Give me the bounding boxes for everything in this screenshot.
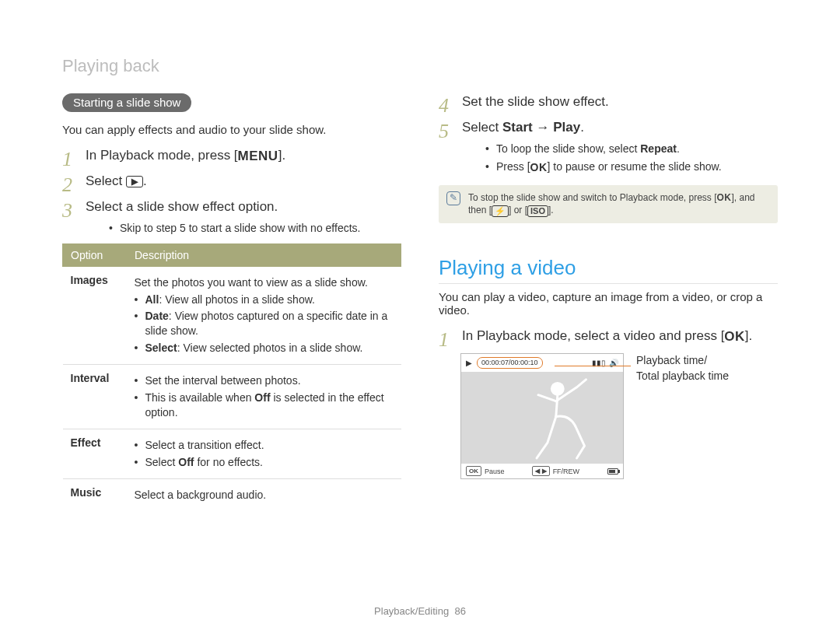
desc-lead: Set the photos you want to view as a sli… xyxy=(135,275,394,290)
play-icon: ▶ xyxy=(466,359,472,367)
left-right-icon: ◀ ▶ xyxy=(532,466,549,476)
section-header: Playing back xyxy=(62,56,778,76)
option-name: Effect xyxy=(63,429,127,478)
option-desc: Set the interval between photos. This is… xyxy=(127,365,401,429)
option-desc: Set the photos you want to view as a sli… xyxy=(127,266,401,364)
pause-label: Pause xyxy=(485,468,505,475)
option-desc: Select a transition effect. Select Off f… xyxy=(127,429,401,478)
time-bubble: 00:00:07/00:00:10 xyxy=(477,357,543,369)
col-option: Option xyxy=(63,243,127,266)
ok-icon: OK xyxy=(717,193,732,202)
table-row: Interval Set the interval between photos… xyxy=(63,365,401,429)
option-desc: Select a background audio. xyxy=(127,478,401,510)
subsection-lead: You can apply effects and audio to your … xyxy=(62,123,401,136)
step-text: ]. xyxy=(278,148,285,163)
playback-icon: ▶ xyxy=(126,176,143,187)
note-icon: ✎ xyxy=(446,191,460,205)
step-3: Select a slide show effect option. Skip … xyxy=(62,198,401,236)
list-item: Select Off for no effects. xyxy=(135,455,394,470)
dancer-figure-icon xyxy=(461,372,623,463)
footer-section: Playback/Editing xyxy=(374,605,449,617)
video-annotation: Playback time/ Total playback time xyxy=(636,353,729,384)
step-1: In Playback mode, press [MENU]. xyxy=(62,147,401,165)
list-item: Date: View photos captured on a specific… xyxy=(135,309,394,338)
step-3-sub: Skip to step 5 to start a slide show wit… xyxy=(109,221,401,236)
right-column: Set the slide show effect. Select Start … xyxy=(439,93,778,511)
step-5: Select Start → Play. To loop the slide s… xyxy=(439,119,778,174)
table-row: Effect Select a transition effect. Selec… xyxy=(63,429,401,478)
option-name: Images xyxy=(63,266,127,364)
video-frame xyxy=(461,372,623,464)
list-item: Set the interval between photos. xyxy=(135,373,394,388)
footer-page: 86 xyxy=(454,605,465,617)
list-item: Select: View selected photos in a slide … xyxy=(135,341,394,356)
list-item: This is available when Off is selected i… xyxy=(135,391,394,420)
left-column: Starting a slide show You can apply effe… xyxy=(62,93,401,511)
ffrew-label: FF/REW xyxy=(553,468,580,475)
subsection-pill: Starting a slide show xyxy=(62,93,191,112)
flash-icon: ⚡ xyxy=(492,205,509,217)
list-item: All: View all photos in a slide show. xyxy=(135,292,394,307)
menu-icon: MENU xyxy=(238,149,278,163)
step-text: In Playback mode, press [ xyxy=(86,148,238,163)
step-4: Set the slide show effect. xyxy=(439,93,778,111)
steps-list-video: In Playback mode, select a video and pre… xyxy=(439,328,778,345)
ok-icon: OK xyxy=(530,162,548,173)
table-row: Music Select a background audio. xyxy=(63,478,401,510)
step-text: . xyxy=(143,173,147,188)
svg-point-0 xyxy=(551,382,565,396)
list-item: To loop the slide show, select Repeat. xyxy=(485,142,778,156)
steps-list-left: In Playback mode, press [MENU]. Select ▶… xyxy=(62,147,401,236)
list-item: Select a transition effect. xyxy=(135,438,394,453)
note-callout: ✎ To stop the slide show and switch to P… xyxy=(439,185,778,224)
ok-icon: OK xyxy=(724,330,745,343)
section-lead: You can play a video, capture an image f… xyxy=(439,290,778,317)
col-description: Description xyxy=(127,243,401,266)
battery-icon xyxy=(607,468,618,475)
step-text: Select a slide show effect option. xyxy=(86,199,278,214)
video-step-1: In Playback mode, select a video and pre… xyxy=(439,328,778,345)
callout-line xyxy=(555,366,631,366)
options-table: Option Description Images Set the photos… xyxy=(62,243,401,511)
iso-icon: ISO xyxy=(527,205,548,217)
ok-button-icon: OK xyxy=(466,466,481,476)
option-name: Music xyxy=(63,478,127,510)
page-footer: Playback/Editing 86 xyxy=(0,605,840,617)
list-item: Press [OK] to pause or resume the slide … xyxy=(485,159,778,174)
table-row: Images Set the photos you want to view a… xyxy=(63,266,401,364)
step-2: Select ▶. xyxy=(62,173,401,191)
option-name: Interval xyxy=(63,365,127,429)
note-text: To stop the slide show and switch to Pla… xyxy=(468,191,770,218)
section-title: Playing a video xyxy=(439,256,778,284)
steps-list-right: Set the slide show effect. Select Start … xyxy=(439,93,778,174)
video-preview: ▶ 00:00:07/00:00:10 ▮▮▯ 🔊 xyxy=(460,353,624,479)
step-text: Select xyxy=(86,173,126,188)
